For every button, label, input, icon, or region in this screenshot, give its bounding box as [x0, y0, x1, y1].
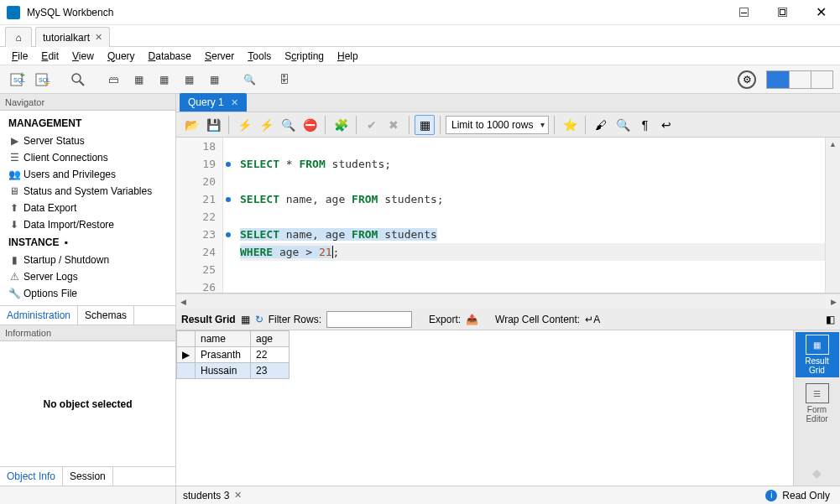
rollback-button[interactable]: ✖ — [383, 115, 404, 135]
nav-server-logs[interactable]: ⚠Server Logs — [0, 268, 175, 285]
menu-server[interactable]: Server — [200, 49, 239, 64]
layout-toggle[interactable] — [766, 70, 833, 89]
information-body: No object selected — [0, 341, 175, 466]
nav-options-file[interactable]: 🔧Options File — [0, 285, 175, 302]
export-label: Export: — [429, 314, 461, 325]
minimize-button[interactable] — [724, 0, 763, 25]
form-editor-tool[interactable]: ☰ Form Editor — [796, 381, 839, 426]
close-result-tab-icon[interactable]: ✕ — [234, 490, 242, 501]
connection-tab[interactable]: tutorialkart ✕ — [35, 27, 110, 47]
statement-dot-icon — [226, 232, 231, 237]
main-toolbar: SQL+ SQL 🗃 ▦ ▦ ▦ ▦ 🔍 🗄 ⚙ — [0, 65, 840, 94]
col-age[interactable]: age — [251, 331, 290, 347]
app-icon — [7, 6, 20, 19]
execute-current-button[interactable]: ⚡ — [256, 115, 276, 135]
filter-rows-input[interactable] — [326, 311, 412, 328]
table-row[interactable]: ▶ Prasanth 22 — [177, 347, 290, 363]
menu-query[interactable]: Query — [102, 49, 140, 64]
menu-edit[interactable]: Edit — [36, 49, 64, 64]
table-row[interactable]: Hussain 23 — [177, 363, 290, 379]
create-function-button[interactable]: ▦ — [203, 69, 225, 91]
find-button[interactable]: 🖌 — [591, 115, 611, 135]
open-sql-button[interactable]: SQL — [32, 69, 54, 91]
vertical-scrollbar[interactable]: ▲ — [825, 138, 840, 293]
svg-point-5 — [72, 74, 81, 82]
grid-view-icon[interactable]: ▦ — [241, 314, 250, 325]
close-query-tab-icon[interactable]: ✕ — [231, 97, 238, 108]
sidebar-tab-schemas[interactable]: Schemas — [78, 306, 134, 325]
nav-data-export[interactable]: ⬆Data Export — [0, 200, 175, 216]
nav-users-privileges[interactable]: 👥Users and Privileges — [0, 166, 175, 183]
result-grid[interactable]: name age ▶ Prasanth 22 Hussain 23 — [176, 330, 793, 486]
code-area[interactable]: SELECT * FROM students; SELECT name, age… — [223, 138, 825, 293]
create-procedure-button[interactable]: ▦ — [178, 69, 200, 91]
wrap-button[interactable]: ↩ — [656, 115, 676, 135]
col-name[interactable]: name — [196, 331, 251, 347]
home-icon: ⌂ — [15, 32, 21, 44]
limit-rows-select[interactable]: Limit to 1000 rows — [446, 116, 549, 134]
statement-dot-icon — [226, 197, 231, 202]
connection-tab-label: tutorialkart — [43, 32, 90, 44]
execute-button[interactable]: ⚡ — [234, 115, 254, 135]
inspector-button[interactable] — [67, 69, 89, 91]
nav-server-status[interactable]: ▶Server Status — [0, 132, 175, 149]
variables-icon: 🖥 — [8, 185, 20, 197]
search-table-button[interactable]: 🔍 — [238, 69, 260, 91]
maximize-button[interactable] — [763, 0, 801, 25]
layout-bottom-panel[interactable] — [789, 71, 811, 88]
open-file-button[interactable]: 📂 — [181, 115, 201, 135]
nav-status-variables[interactable]: 🖥Status and System Variables — [0, 183, 175, 200]
info-tab-object[interactable]: Object Info — [0, 467, 63, 486]
filter-rows-label: Filter Rows: — [269, 314, 321, 325]
toggle-limit-button[interactable]: ▦ — [415, 115, 435, 135]
info-tab-session[interactable]: Session — [63, 467, 113, 486]
layout-left-panel[interactable] — [767, 71, 789, 88]
menu-bar: File Edit View Query Database Server Too… — [0, 47, 840, 65]
menu-scripting[interactable]: Scripting — [279, 49, 329, 64]
result-grid-tool[interactable]: ▦ Result Grid — [796, 332, 839, 377]
menu-tools[interactable]: Tools — [243, 49, 276, 64]
layout-right-panel[interactable] — [811, 71, 832, 88]
explain-button[interactable]: 🔍 — [278, 115, 298, 135]
title-bar: MySQL Workbench ✕ — [0, 0, 840, 25]
import-icon: ⬇ — [8, 219, 20, 231]
reconnect-button[interactable]: 🗄 — [274, 69, 295, 91]
toggle-panel-icon[interactable]: ◧ — [826, 314, 835, 325]
settings-icon[interactable]: ⚙ — [738, 70, 756, 89]
sidebar-tab-administration[interactable]: Administration — [0, 306, 78, 325]
query-tab-label: Query 1 — [188, 96, 224, 108]
menu-help[interactable]: Help — [332, 49, 363, 64]
result-tab[interactable]: students 3 ✕ — [176, 488, 248, 503]
create-table-button[interactable]: ▦ — [128, 69, 149, 91]
wrench-icon: 🔧 — [8, 288, 20, 299]
query-tab[interactable]: Query 1 ✕ — [180, 93, 247, 112]
new-sql-tab-button[interactable]: SQL+ — [7, 69, 29, 91]
content-area: Query 1 ✕ 📂 💾 ⚡ ⚡ 🔍 ⛔ 🧩 ✔ ✖ ▦ Limit to 1… — [176, 94, 840, 486]
create-schema-button[interactable]: 🗃 — [102, 69, 124, 91]
nav-data-import[interactable]: ⬇Data Import/Restore — [0, 216, 175, 233]
nav-client-connections[interactable]: ☰Client Connections — [0, 149, 175, 166]
commit-button[interactable]: ✔ — [362, 115, 382, 135]
save-file-button[interactable]: 💾 — [203, 115, 223, 135]
export-icon[interactable]: 📤 — [466, 314, 478, 325]
close-tab-icon[interactable]: ✕ — [95, 32, 102, 43]
query-tab-strip: Query 1 ✕ — [176, 94, 840, 112]
toggle-autocommit-button[interactable]: 🧩 — [331, 115, 351, 135]
menu-view[interactable]: View — [67, 49, 99, 64]
nav-startup-shutdown[interactable]: ▮Startup / Shutdown — [0, 252, 175, 268]
sql-editor[interactable]: 18 19 20 21 22 23 24 25 26 SELECT * FROM… — [176, 138, 840, 294]
window-title: MySQL Workbench — [27, 7, 724, 18]
beautify-button[interactable]: ⭐ — [560, 115, 580, 135]
stop-button[interactable]: ⛔ — [300, 115, 320, 135]
menu-file[interactable]: File — [7, 49, 33, 64]
refresh-icon[interactable]: ↻ — [255, 314, 263, 325]
invisible-chars-button[interactable]: ¶ — [634, 115, 655, 135]
menu-database[interactable]: Database — [143, 49, 196, 64]
create-view-button[interactable]: ▦ — [153, 69, 175, 91]
close-button[interactable]: ✕ — [801, 0, 840, 25]
search-button[interactable]: 🔍 — [613, 115, 633, 135]
expand-tools-icon[interactable]: ◆ — [812, 460, 822, 486]
management-section-title: MANAGEMENT — [0, 114, 175, 132]
wrap-cell-icon[interactable]: ↵A — [585, 314, 600, 325]
home-button[interactable]: ⌂ — [5, 27, 32, 47]
